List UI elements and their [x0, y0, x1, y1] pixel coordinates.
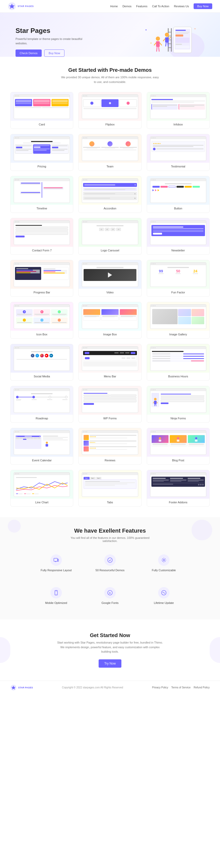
feature-responsive: Fully Responsive Layout: [32, 550, 80, 577]
demo-thumb-progress: [11, 260, 73, 289]
demo-card-menubar[interactable]: Menu Bar: [78, 344, 141, 381]
cta-button[interactable]: Try Now: [99, 659, 121, 668]
demo-label-cf7: Contact Form 7: [32, 247, 52, 254]
svg-point-19: [165, 33, 169, 37]
mini-browser-imagebox: [82, 304, 138, 329]
demo-card-iconbox[interactable]: ★ ♥ ⚡: [10, 302, 73, 339]
cta-subtitle: Start working with Star Pages, revolutio…: [56, 641, 164, 654]
nav-cta[interactable]: Call To Action: [152, 5, 169, 8]
feature-icon-customizable: [158, 554, 170, 566]
nav-home[interactable]: Home: [110, 5, 118, 8]
demo-label-tabs: Tabs: [107, 499, 113, 506]
demo-thumb-infobox: [147, 92, 209, 121]
demo-card-newsletter[interactable]: Newsletter: [147, 218, 210, 255]
feature-customizable: Fully Customizable: [140, 550, 188, 577]
svg-rect-47: [195, 440, 197, 442]
mini-browser-video: [82, 262, 138, 287]
demo-card-button[interactable]: Button: [147, 176, 210, 213]
footer-link-refund[interactable]: Refund Policy: [194, 686, 210, 689]
demo-card-accordion[interactable]: ▾ ▸ ▸ Accordion: [78, 176, 141, 213]
svg-text:✦: ✦: [194, 28, 196, 30]
svg-rect-45: [177, 440, 179, 442]
demo-card-roadmap[interactable]: Roadmap: [10, 386, 73, 423]
demo-card-eventcal[interactable]: ◀ ▶: [10, 428, 73, 465]
demo-thumb-flipbox: [79, 92, 141, 121]
demo-thumb-social: f t i ▶ in: [11, 344, 73, 373]
svg-rect-41: [45, 444, 48, 446]
demo-card-reviews[interactable]: ★★★★★ ★★★★☆: [78, 428, 141, 465]
demo-thumb-tabs: Tab 1 Tab 2 Tab 3: [79, 470, 141, 499]
demo-card-imagebox[interactable]: Image Box: [78, 302, 141, 339]
demo-card-card[interactable]: Card: [10, 92, 73, 129]
demo-card-team[interactable]: Team: [78, 134, 141, 171]
demo-card-ninjaforms[interactable]: Ninja Forms: [147, 386, 210, 423]
mini-browser-card: [14, 94, 70, 119]
svg-point-46: [195, 437, 197, 439]
svg-line-21: [163, 39, 165, 41]
demo-card-funfactor[interactable]: 99 50 24 Fun Factor: [147, 260, 210, 297]
mini-browser-menubar: [82, 346, 138, 371]
demo-label-menubar: Menu Bar: [104, 373, 116, 380]
svg-line-38: [154, 404, 155, 406]
demo-card-blogpost[interactable]: Blog Post: [147, 428, 210, 465]
nav-buy-button[interactable]: Buy Now: [194, 3, 212, 9]
demo-thumb-footeraddon: [147, 470, 209, 499]
demo-card-social[interactable]: f t i ▶ in Social Media: [10, 344, 73, 381]
demo-card-timeline[interactable]: Timeline: [10, 176, 73, 213]
mini-browser-linechart: [14, 472, 70, 497]
svg-rect-35: [154, 401, 156, 404]
demo-label-gallery: Image Gallery: [169, 331, 187, 339]
footer-logo[interactable]: STAR PAGES: [10, 684, 33, 691]
svg-line-29: [156, 47, 157, 52]
demo-card-infobox[interactable]: Infobox: [147, 92, 210, 129]
hero-buy-now-button[interactable]: Buy Now: [44, 50, 65, 57]
footer-copyright: Copyright © 2022 starpages.com All Right…: [62, 686, 123, 689]
demo-card-flipbox[interactable]: Flipbox: [78, 92, 141, 129]
demo-label-eventcal: Event Calendar: [32, 457, 52, 464]
demo-thumb-wpforms: [79, 386, 141, 415]
demo-label-reviews: Reviews: [105, 457, 115, 464]
demo-label-blogpost: Blog Post: [172, 457, 184, 464]
demo-grid: Card: [0, 87, 220, 517]
mini-browser-tabs: Tab 1 Tab 2 Tab 3: [82, 472, 138, 497]
nav-reviews[interactable]: Reviews Us: [174, 5, 189, 8]
mini-browser-roadmap: [14, 388, 70, 413]
nav-features[interactable]: Features: [136, 5, 147, 8]
demo-label-ninjaforms: Ninja Forms: [171, 415, 186, 423]
demo-thumb-linechart: [11, 470, 73, 499]
footer-link-privacy[interactable]: Privacy Policy: [152, 686, 168, 689]
logo[interactable]: STAR PAGES: [8, 2, 34, 10]
cta-title: Get Started Now: [10, 632, 210, 639]
demo-card-video[interactable]: Video: [78, 260, 141, 297]
cta-wrapper: Get Started Now Start working with Star …: [0, 619, 220, 681]
demo-card-logo-carousel[interactable]: L1 L2 L3 L4 Logo Carousel: [78, 218, 141, 255]
svg-rect-8: [176, 34, 183, 36]
demo-card-testimonial[interactable]: ★★★★★ Testimonial: [147, 134, 210, 171]
footer-link-terms[interactable]: Terms of Service: [171, 686, 190, 689]
demo-card-progress[interactable]: Progress Bar: [10, 260, 73, 297]
demo-card-cf7[interactable]: Contact Form 7: [10, 218, 73, 255]
demo-thumb-timeline: [11, 176, 73, 205]
svg-point-34: [154, 398, 156, 400]
demo-card-pricing[interactable]: Pricing: [10, 134, 73, 171]
demo-card-wpforms[interactable]: WP Forms: [78, 386, 141, 423]
svg-line-30: [159, 47, 159, 52]
footer-links: Privacy Policy Terms of Service Refund P…: [152, 686, 210, 689]
mini-browser-blogpost: [150, 430, 206, 455]
demo-card-linechart[interactable]: Line Chart: [10, 470, 73, 507]
footer-logo-text: STAR PAGES: [18, 686, 33, 689]
hero-check-demos-button[interactable]: Check Demos: [15, 50, 42, 57]
svg-rect-50: [58, 559, 59, 561]
svg-rect-26: [156, 41, 160, 47]
demo-label-progress: Progress Bar: [34, 289, 50, 297]
demo-label-pricing: Pricing: [38, 163, 46, 170]
feature-icon-lifetime: [158, 587, 170, 598]
hero-text: Star Pages Powerful template or theme pa…: [15, 27, 83, 57]
demo-thumb-button: [147, 176, 209, 205]
demo-card-gallery[interactable]: Image Gallery: [147, 302, 210, 339]
nav-demos[interactable]: Demos: [122, 5, 132, 8]
mini-browser-flipbox: [82, 94, 138, 119]
demo-card-footeraddon[interactable]: Footer Addons: [147, 470, 210, 507]
demo-card-tabs[interactable]: Tab 1 Tab 2 Tab 3 Tabs: [78, 470, 141, 507]
demo-card-bizhr[interactable]: Business Hours: [147, 344, 210, 381]
